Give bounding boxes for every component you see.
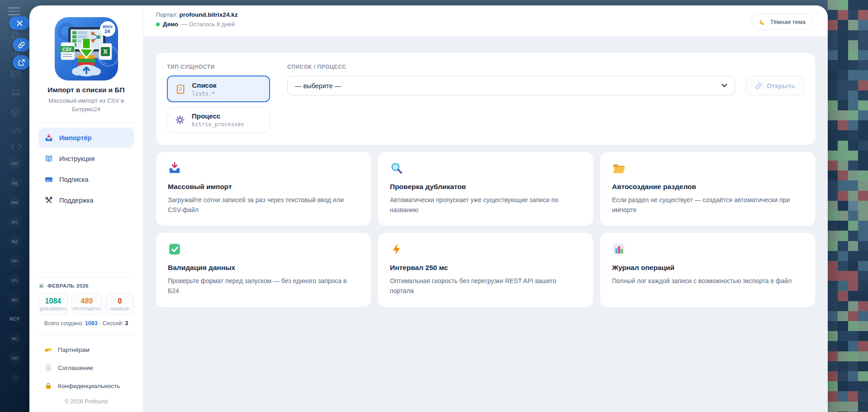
rail-avatar[interactable]: ОП [9,352,21,364]
sidebar-item-importer[interactable]: Импортёр [38,128,134,148]
theme-toggle-button[interactable]: Тёмная тема [751,14,813,30]
sidebar-item-subscription[interactable]: Подписка [38,170,134,189]
stat-errors-value: 0 [107,297,133,305]
app-logo: CSV X Bitrix 24 [55,17,118,81]
rail-avatar[interactable]: КО [9,216,21,228]
entity-select[interactable]: — выберите — [287,76,735,95]
rail-avatar[interactable]: РД [9,177,21,189]
rail-avatar[interactable]: ИЛ [9,294,21,306]
entity-option-title: Процесс [192,112,244,120]
entity-option-code: lists.* [192,90,217,97]
credit-card-icon [44,175,53,184]
feature-desc: Проверьте формат перед запуском — без ед… [168,276,359,296]
feature-card-validation: Валидация данных Проверьте формат перед … [156,233,371,307]
feature-desc: Автоматически пропускает уже существующи… [390,195,581,215]
sidebar-item-label: Поддержка [59,197,94,204]
sessions-label: Сессий: [103,320,123,327]
package-icon[interactable] [10,108,21,118]
feature-desc: Оптимальная скорость без перегрузки REST… [390,276,581,296]
svg-text:X: X [103,48,108,55]
feature-title: Проверка дубликатов [390,183,581,191]
feature-card-duplicates: Проверка дубликатов Автоматически пропус… [378,152,593,226]
open-folder-icon [612,161,626,175]
sidebar-item-label: Импортёр [59,134,91,142]
open-button[interactable]: Открыть [746,76,804,95]
handshake-icon [44,346,52,354]
stats-totals: Всего создано: 1083 · Сессий: 3 [38,320,134,327]
settings-gear-icon[interactable] [10,373,20,385]
entity-option-process[interactable]: Процесс bitrix_processes [167,107,270,133]
app-slider-panel: CSV X Bitrix 24 [29,5,828,412]
features-grid: Массовый импорт Загружайте сотни записей… [156,152,815,307]
footer-link-label: Конфиденциальность [58,383,120,389]
main-area: Портал: profound.bitrix24.kz Демо — Оста… [143,5,828,412]
svg-text:CSV: CSV [62,47,71,52]
sidebar-item-label: Подписка [59,176,89,183]
portal-label: Портал: [156,11,178,18]
total-created-value: 1083 [85,320,98,327]
chevron-down-icon [721,84,727,88]
feature-card-auto-sections: Автосоздание разделов Если раздел не сущ… [600,152,815,226]
entity-card: ТИП СУЩНОСТИ Список lists.* Процесс bitr… [156,53,815,145]
feature-title: Автосоздание разделов [612,183,803,191]
divider [37,277,136,277]
magnifier-icon [390,161,403,175]
clipboard-icon [175,83,186,95]
footer-link-agreement[interactable]: Соглашение [38,359,134,377]
moon-icon [759,18,767,26]
status-dot [156,23,160,26]
svg-text:24: 24 [104,28,110,34]
background-mosaic [828,0,868,412]
open-button-label: Открыть [767,82,795,90]
stats-period-label: ФЕВРАЛЬ 2026 [47,283,89,289]
stat-skipped-label: ПРОПУЩЕНО [73,307,101,311]
sidebar-item-label: Инструкция [59,155,95,162]
feature-card-mass-import: Массовый импорт Загружайте сотни записей… [156,152,371,226]
feature-desc: Полный лог каждой записи с возможностью … [612,276,803,286]
entity-option-code: bitrix_processes [192,121,244,128]
feature-card-journal: Журнал операций Полный лог каждой записи… [600,233,815,307]
scribble-icon[interactable] [10,125,23,136]
rail-avatar-list: СПРДВМКОВДККО1ИЛМСРИСОП [0,157,29,385]
stat-skipped: 489 ПРОПУЩЕНО [71,293,102,315]
app-title: Импорт в списки и БП [38,86,134,94]
entity-type-label: ТИП СУЩНОСТИ [167,64,270,70]
divider [37,122,136,123]
footer-link-privacy[interactable]: Конфиденциальность [38,377,134,395]
separator: · [99,320,101,327]
mini-chart-icon [38,283,44,289]
sidebar-item-instruction[interactable]: Инструкция [38,149,134,169]
bar-chart-icon [612,242,626,256]
feature-title: Валидация данных [168,264,359,272]
check-icon [168,242,181,256]
robot-icon[interactable] [10,88,22,99]
stat-added-label: ДОБАВЛЕНО [40,307,66,311]
divider [37,335,136,335]
stats-period: ФЕВРАЛЬ 2026 [38,283,134,289]
rail-avatar[interactable]: СП [9,157,21,170]
rail-avatar[interactable]: ВМ [9,196,21,208]
footer-link-label: Соглашение [58,365,93,371]
feature-title: Журнал операций [612,264,803,272]
copyright: © 2026 Profound [38,398,134,405]
close-icon [16,20,23,27]
rail-avatar[interactable]: МСР [9,313,21,325]
stat-skipped-value: 489 [73,297,101,305]
plan-line: Демо — Осталось 8 дней [156,21,237,28]
rail-avatar[interactable]: О1 [9,274,21,286]
sidebar-item-support[interactable]: Поддержка [38,190,134,210]
rail-avatar[interactable]: КК [9,255,21,267]
id-card-icon[interactable] [10,69,22,80]
close-slider-button[interactable] [9,16,30,30]
footer-link-partners[interactable]: Партнёрам [38,341,134,359]
app-subtitle: Массовый импорт из CSV в Битрикс24 [38,97,134,114]
feature-title: Массовый импорт [168,183,359,191]
plan-days-left: — Осталось 8 дней [181,21,235,28]
rail-avatar[interactable]: ВД [9,235,21,247]
feature-card-interval: Интервал 250 мс Оптимальная скорость без… [378,233,593,307]
code-icon[interactable] [10,142,23,152]
rail-avatar[interactable]: ИС [9,332,21,345]
entity-option-list[interactable]: Список lists.* [167,76,270,102]
open-in-new-button[interactable] [13,55,30,70]
document-icon [44,364,52,372]
